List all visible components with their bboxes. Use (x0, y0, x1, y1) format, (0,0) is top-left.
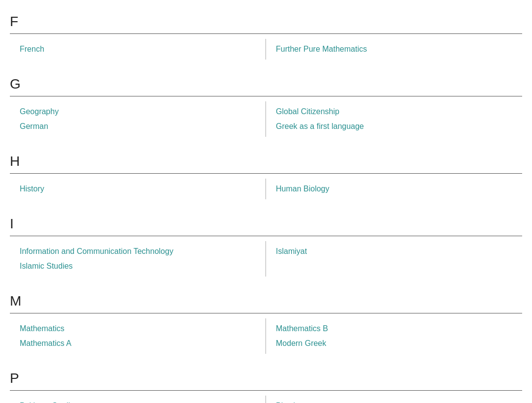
section-letter-h: H (10, 154, 20, 169)
section-header-p: P (10, 362, 522, 390)
subject-link[interactable]: Modern Greek (276, 336, 512, 351)
subject-link[interactable]: German (20, 119, 256, 134)
subject-col-right-g: Global CitizenshipGreek as a first langu… (266, 101, 522, 137)
subject-grid-g: GeographyGermanGlobal CitizenshipGreek a… (10, 96, 522, 145)
subject-link[interactable]: Information and Communication Technology (20, 244, 256, 259)
section-letter-m: M (10, 293, 21, 309)
subject-col-left-f: French (10, 39, 266, 60)
section-header-m: M (10, 284, 522, 313)
subject-link[interactable]: Mathematics B (276, 321, 512, 336)
section-header-i: I (10, 207, 522, 236)
section-g: GGeographyGermanGlobal CitizenshipGreek … (10, 67, 522, 145)
page-container: FFrenchFurther Pure MathematicsGGeograph… (0, 0, 532, 403)
subject-link[interactable]: Physics (276, 399, 512, 403)
subject-link[interactable]: Islamic Studies (20, 259, 256, 274)
subject-grid-m: MathematicsMathematics AMathematics BMod… (10, 313, 522, 362)
subject-link[interactable]: Mathematics (20, 321, 256, 336)
subject-link[interactable]: French (20, 42, 256, 57)
subject-grid-p: Pakistan StudiesPhysics (10, 391, 522, 403)
subject-link[interactable]: Further Pure Mathematics (276, 42, 512, 57)
subject-link[interactable]: Geography (20, 104, 256, 119)
subject-link[interactable]: Islamiyat (276, 244, 512, 259)
subject-col-left-i: Information and Communication Technology… (10, 241, 266, 277)
subject-link[interactable]: Greek as a first language (276, 119, 512, 134)
section-p: PPakistan StudiesPhysics (10, 362, 522, 403)
subject-col-right-p: Physics (266, 396, 522, 403)
subject-grid-h: HistoryHuman Biology (10, 174, 522, 207)
subject-link[interactable]: Pakistan Studies (20, 399, 256, 403)
section-header-f: F (10, 5, 522, 33)
subject-col-left-g: GeographyGerman (10, 101, 266, 137)
section-i: IInformation and Communication Technolog… (10, 207, 522, 284)
subject-link[interactable]: Global Citizenship (276, 104, 512, 119)
section-f: FFrenchFurther Pure Mathematics (10, 5, 522, 67)
subject-link[interactable]: Mathematics A (20, 336, 256, 351)
section-m: MMathematicsMathematics AMathematics BMo… (10, 284, 522, 362)
section-header-g: G (10, 67, 522, 96)
section-h: HHistoryHuman Biology (10, 145, 522, 207)
section-header-h: H (10, 145, 522, 173)
section-letter-g: G (10, 76, 21, 92)
section-letter-p: P (10, 371, 19, 386)
section-letter-f: F (10, 14, 18, 29)
subject-col-left-h: History (10, 179, 266, 199)
section-letter-i: I (10, 216, 14, 231)
subject-grid-f: FrenchFurther Pure Mathematics (10, 34, 522, 67)
subject-col-right-i: Islamiyat (266, 241, 522, 277)
subject-col-right-m: Mathematics BModern Greek (266, 318, 522, 354)
subject-col-right-h: Human Biology (266, 179, 522, 199)
subject-link[interactable]: Human Biology (276, 182, 512, 196)
subject-col-right-f: Further Pure Mathematics (266, 39, 522, 60)
subject-col-left-m: MathematicsMathematics A (10, 318, 266, 354)
subject-grid-i: Information and Communication Technology… (10, 236, 522, 284)
subject-col-left-p: Pakistan Studies (10, 396, 266, 403)
subject-link[interactable]: History (20, 182, 256, 196)
